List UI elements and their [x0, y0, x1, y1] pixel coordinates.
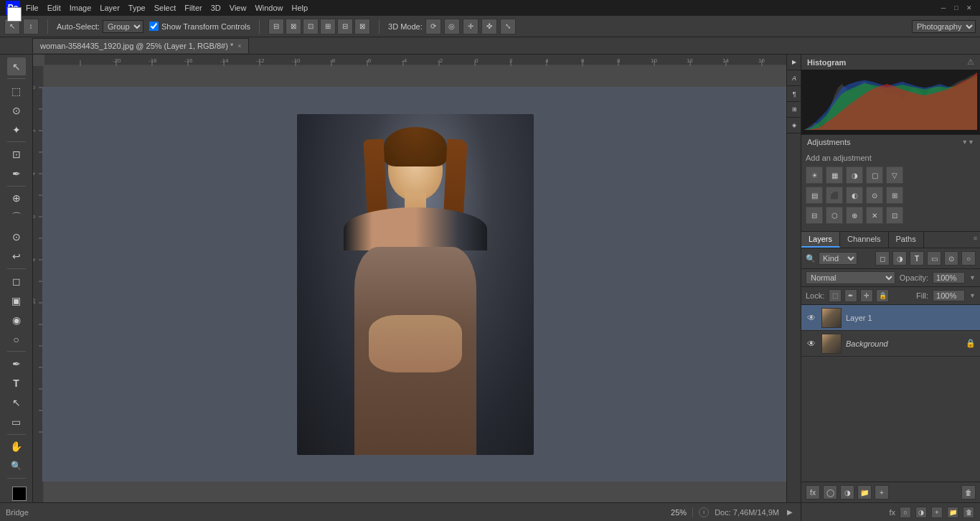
lock-all-btn[interactable]: 🔒 — [876, 289, 889, 302]
menu-type[interactable]: Type — [128, 4, 146, 12]
curves-btn[interactable]: ◑ — [846, 166, 863, 184]
layer-row-background[interactable]: 👁 Background 🔒 — [801, 331, 980, 357]
layer-filter-toggle[interactable]: ○ — [961, 251, 976, 266]
auto-select-dropdown[interactable]: Group Layer — [103, 20, 143, 33]
menu-layer[interactable]: Layer — [100, 4, 120, 12]
add-mask-btn[interactable]: ◯ — [823, 485, 837, 499]
new-group-btn[interactable]: 📁 — [857, 485, 872, 499]
status-info-btn[interactable]: i — [699, 507, 709, 517]
history-brush-tool[interactable]: ↩ — [7, 248, 26, 266]
workspace-select[interactable]: Photography Essentials Design — [912, 20, 976, 33]
hue-sat-btn[interactable]: ▤ — [806, 187, 823, 204]
dodge-tool[interactable]: ○ — [7, 330, 26, 348]
doc-info-arrow[interactable]: ▶ — [785, 507, 795, 517]
layer-filter-pixel-btn[interactable]: ◻ — [875, 251, 890, 266]
pen-tool[interactable]: ✒ — [7, 355, 26, 372]
levels-btn[interactable]: ▦ — [826, 166, 843, 184]
align-mid-btn[interactable]: ⊟ — [337, 19, 353, 34]
new-layer-btn[interactable]: + — [875, 485, 889, 499]
layer-filter-type-btn[interactable]: T — [910, 251, 924, 266]
panel-button-3[interactable]: + — [931, 507, 943, 518]
3d-scale-btn[interactable]: ⤡ — [500, 19, 516, 34]
menu-filter[interactable]: Filter — [184, 4, 202, 12]
clone-stamp-tool[interactable]: ⊙ — [7, 228, 26, 246]
zoom-tool[interactable]: 🔍 — [7, 457, 26, 475]
type-tool[interactable]: T — [7, 374, 26, 392]
rectangular-marquee-tool[interactable]: ⬚ — [7, 82, 26, 100]
fill-input[interactable] — [933, 290, 965, 301]
new-fill-adj-layer-btn[interactable]: ◑ — [840, 485, 854, 499]
layer-row-1[interactable]: 👁 Layer 1 — [801, 305, 980, 331]
align-top-btn[interactable]: ⊞ — [320, 19, 336, 34]
gradient-map-btn[interactable]: ⊡ — [886, 207, 903, 224]
posterize-btn[interactable]: ⊕ — [846, 207, 863, 224]
document-tab[interactable]: woman-3584435_1920.jpg @ 25% (Layer 1, R… — [32, 38, 249, 53]
black-white-btn[interactable]: ◐ — [846, 187, 863, 204]
opacity-dropdown-icon[interactable]: ▼ — [969, 274, 976, 281]
show-transform-checkbox[interactable] — [149, 22, 159, 31]
gradient-tool[interactable]: ▣ — [7, 291, 26, 309]
menu-help[interactable]: Help — [292, 4, 308, 12]
histogram-header[interactable]: Histogram ⚠ — [801, 55, 980, 70]
path-selection-tool[interactable]: ↖ — [7, 394, 26, 412]
quick-select-tool[interactable]: ✦ — [7, 121, 26, 139]
menu-image[interactable]: Image — [70, 4, 92, 12]
threshold-btn[interactable]: ✕ — [866, 207, 883, 224]
color-lookup-btn[interactable]: ⊟ — [806, 207, 823, 224]
crop-tool[interactable]: ⊡ — [7, 145, 26, 163]
background-visibility[interactable]: 👁 — [806, 338, 817, 349]
menu-view[interactable]: View — [230, 4, 247, 12]
panel-button-1[interactable]: ○ — [900, 507, 911, 518]
lock-image-btn[interactable]: ✒ — [844, 289, 857, 302]
layer-filter-adj-btn[interactable]: ◑ — [892, 251, 907, 266]
foreground-background-colors[interactable] — [7, 482, 26, 499]
exposure-btn[interactable]: ▢ — [866, 166, 883, 184]
hand-tool[interactable]: ✋ — [7, 438, 26, 456]
panel-toggle-layout[interactable]: ⊞ — [787, 102, 801, 118]
fill-dropdown-icon[interactable]: ▼ — [969, 292, 976, 299]
close-button[interactable]: ✕ — [964, 3, 974, 13]
tool-option-2[interactable]: ↕ — [23, 19, 39, 34]
eyedropper-tool[interactable]: ✒ — [7, 164, 26, 182]
panel-toggle-ai[interactable]: A — [787, 70, 801, 86]
delete-layer-btn[interactable]: 🗑 — [961, 485, 976, 499]
layer-filter-smart-btn[interactable]: ⊙ — [944, 251, 958, 266]
align-right-btn[interactable]: ⊡ — [303, 19, 319, 34]
layer-filter-shape-btn[interactable]: ▭ — [927, 251, 941, 266]
photo-filter-btn[interactable]: ⊙ — [866, 187, 883, 204]
spot-healing-tool[interactable]: ⊕ — [7, 189, 26, 207]
tab-paths[interactable]: Paths — [889, 232, 924, 248]
adjustments-header[interactable]: Adjustments ▼▼ — [801, 135, 980, 149]
brightness-contrast-btn[interactable]: ☀ — [806, 166, 823, 184]
tab-close-button[interactable]: × — [237, 42, 241, 50]
panel-toggle-char[interactable]: ¶ — [787, 86, 801, 102]
filter-kind-select[interactable]: Kind Name Effect — [819, 252, 857, 265]
menu-file[interactable]: File — [26, 4, 39, 12]
tab-channels[interactable]: Channels — [840, 232, 888, 248]
minimize-button[interactable]: ─ — [938, 3, 948, 13]
panel-button-2[interactable]: ◑ — [915, 507, 927, 518]
maximize-button[interactable]: □ — [951, 3, 961, 13]
move-tool[interactable]: ↖ — [7, 57, 26, 75]
opacity-input[interactable] — [933, 272, 965, 283]
layer-1-visibility[interactable]: 👁 — [806, 312, 817, 324]
panel-toggle-adj[interactable]: ◈ — [787, 118, 801, 133]
align-center-btn[interactable]: ⊠ — [286, 19, 301, 34]
color-balance-btn[interactable]: ⬛ — [826, 187, 843, 204]
add-layer-style-btn[interactable]: fx — [806, 485, 820, 499]
lock-transparent-btn[interactable]: ⬚ — [829, 289, 842, 302]
align-left-btn[interactable]: ⊟ — [268, 19, 284, 34]
3d-roll-btn[interactable]: ◎ — [444, 19, 460, 34]
menu-3d[interactable]: 3D — [211, 4, 221, 12]
lock-position-btn[interactable]: ✛ — [860, 289, 873, 302]
panel-toggle-play[interactable]: ▶ — [787, 55, 801, 70]
vibrance-btn[interactable]: ▽ — [886, 166, 903, 184]
3d-pan-btn[interactable]: ✛ — [463, 19, 479, 34]
menu-select[interactable]: Select — [154, 4, 176, 12]
panel-button-4[interactable]: 📁 — [947, 507, 958, 518]
panel-button-5[interactable]: 🗑 — [963, 507, 974, 518]
invert-btn[interactable]: ⬡ — [826, 207, 843, 224]
3d-rotate-btn[interactable]: ⟳ — [425, 19, 441, 34]
3d-slide-btn[interactable]: ✜ — [481, 19, 497, 34]
layers-panel-menu[interactable]: ≡ — [971, 232, 980, 248]
